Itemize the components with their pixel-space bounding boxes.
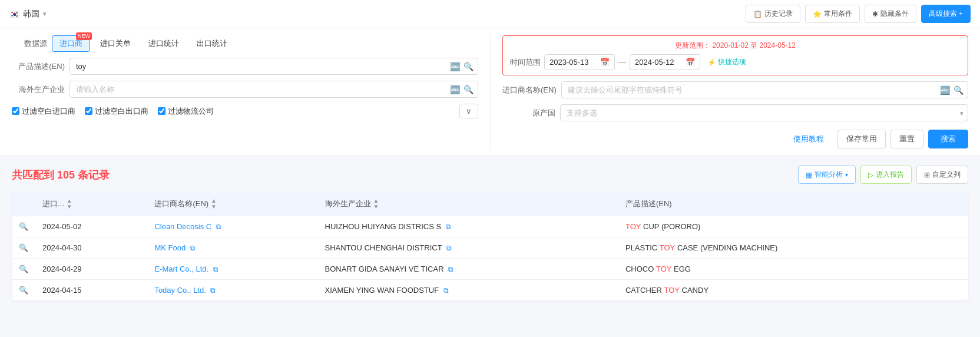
product-input-wrap: 🔤 🔍: [69, 58, 478, 75]
data-table: 进口... ▲▼ 进口商名称(EN) ▲▼ 海外生产企业 ▲▼: [12, 192, 968, 300]
row-overseas: HUIZHOU HUIYANG DISTRICS S ⧉: [318, 216, 618, 237]
country-selector[interactable]: 🇰🇷 韩国 ▾: [9, 9, 47, 19]
filter-logistics[interactable]: 过滤物流公司: [158, 106, 214, 117]
importer-name-input-wrap: 🔤 🔍: [561, 81, 968, 98]
filter-importer[interactable]: 过滤空白进口商: [12, 106, 75, 117]
new-badge: NEW: [76, 32, 92, 40]
th-date: 进口... ▲▼: [35, 192, 147, 216]
overseas-search-icon[interactable]: 🔍: [463, 85, 474, 94]
collapse-button[interactable]: ∨: [459, 104, 478, 118]
overseas-translate-icon[interactable]: 🔤: [450, 85, 460, 94]
results-actions: ▦ 智能分析 ▾ ▷ 进入报告 ⊞ 自定义列: [798, 166, 968, 184]
hide-conditions-button[interactable]: ✱ 隐藏条件: [865, 5, 916, 23]
star-icon: ⭐: [813, 10, 822, 18]
date-row: 时间范围 2023-05-13 📅 — 2024-05-12 📅 ⚡ 快捷选项: [510, 54, 961, 70]
copy-icon[interactable]: ⧉: [446, 244, 452, 252]
th-sort-importer[interactable]: 进口商名称(EN) ▲▼: [154, 198, 217, 210]
row-importer: Today Co., Ltd. ⧉: [147, 280, 317, 301]
overseas-row: 海外生产企业 🔤 🔍: [12, 81, 478, 98]
th-product: 产品描述(EN): [618, 192, 968, 216]
table-header: 进口... ▲▼ 进口商名称(EN) ▲▼ 海外生产企业 ▲▼: [12, 192, 968, 216]
chevron-down-icon: ▾: [43, 10, 47, 18]
product-input[interactable]: [69, 58, 478, 75]
product-row: 产品描述(EN) 🔤 🔍: [12, 58, 478, 75]
row-search-icon[interactable]: 🔍: [12, 237, 35, 259]
row-date: 2024-04-15: [35, 280, 147, 301]
quick-select-button[interactable]: ⚡ 快捷选项: [704, 57, 750, 67]
common-conditions-button[interactable]: ⭐ 常用条件: [805, 5, 860, 23]
results-section: 共匹配到 105 条记录 ▦ 智能分析 ▾ ▷ 进入报告 ⊞ 自定义列: [0, 156, 980, 310]
row-product: CATCHER TOY CANDY: [618, 280, 968, 301]
time-range-label: 时间范围: [510, 57, 541, 68]
product-input-icons: 🔤 🔍: [450, 62, 474, 71]
row-search-icon[interactable]: 🔍: [12, 280, 35, 301]
tab-import-stat[interactable]: 进口统计: [141, 35, 187, 52]
date-range-header: 更新范围： 2020-01-02 至 2024-05-12: [510, 41, 961, 51]
hide-icon: ✱: [872, 10, 878, 18]
filter-exporter[interactable]: 过滤空白出口商: [85, 106, 148, 117]
copy-icon[interactable]: ⧉: [448, 265, 453, 273]
search-button[interactable]: 搜索: [928, 130, 968, 148]
origin-select[interactable]: 支持多选: [560, 104, 968, 121]
overseas-input-wrap: 🔤 🔍: [69, 81, 478, 98]
importer-name-input[interactable]: [561, 81, 968, 98]
row-importer: MK Food ⧉: [147, 237, 317, 259]
start-date-input[interactable]: 2023-05-13 📅: [544, 54, 615, 70]
copy-icon[interactable]: ⧉: [443, 286, 449, 295]
th-sort-date[interactable]: 进口... ▲▼: [42, 198, 72, 210]
copy-icon[interactable]: ⧉: [216, 223, 221, 231]
row-importer: Clean Decosis C ⧉: [147, 216, 317, 237]
row-search-icon[interactable]: 🔍: [12, 216, 35, 237]
tab-export-stat[interactable]: 出口统计: [189, 35, 235, 52]
importer-search-icon[interactable]: 🔍: [953, 85, 964, 95]
copy-icon[interactable]: ⧉: [446, 223, 451, 231]
translate-icon[interactable]: 🔤: [450, 62, 460, 71]
datasource-tabs: 进口商 NEW 进口关单 进口统计 出口统计: [52, 35, 235, 52]
row-product: CHOCO TOY EGG: [618, 259, 968, 280]
overseas-input[interactable]: [69, 81, 478, 98]
search-panel: 数据源 进口商 NEW 进口关单 进口统计 出口统计: [0, 28, 980, 156]
advanced-search-button[interactable]: 高级搜索 +: [921, 5, 971, 23]
th-sort-overseas[interactable]: 海外生产企业 ▲▼: [325, 198, 379, 210]
end-date-input[interactable]: 2024-05-12 📅: [630, 54, 700, 70]
copy-icon[interactable]: ⧉: [190, 244, 196, 252]
copy-icon[interactable]: ⧉: [210, 286, 216, 295]
save-button[interactable]: 保存常用: [837, 130, 886, 148]
row-overseas: SHANTOU CHENGHAI DISTRICT ⧉: [318, 237, 618, 259]
row-importer: E-Mart Co., Ltd. ⧉: [147, 259, 317, 280]
tutorial-button[interactable]: 使用教程: [784, 130, 833, 148]
overseas-label: 海外生产企业: [12, 84, 65, 95]
quick-icon: ⚡: [707, 58, 716, 67]
sort-icon-overseas: ▲▼: [373, 198, 379, 210]
reset-button[interactable]: 重置: [890, 130, 923, 148]
search-similar-icon[interactable]: 🔍: [463, 62, 474, 71]
table-row: 🔍 2024-04-15 Today Co., Ltd. ⧉ XIAMEN YI…: [12, 280, 968, 301]
table-body: 🔍 2024-05-02 Clean Decosis C ⧉ HUIZHOU H…: [12, 216, 968, 301]
tab-importer[interactable]: 进口商 NEW: [52, 35, 90, 52]
copy-icon[interactable]: ⧉: [213, 265, 218, 273]
search-grid: 数据源 进口商 NEW 进口关单 进口统计 出口统计: [12, 35, 968, 148]
calendar-icon: 📅: [600, 58, 610, 67]
report-button[interactable]: ▷ 进入报告: [860, 166, 912, 184]
origin-row: 原产国 支持多选 ▾: [502, 104, 968, 121]
datasource-label: 数据源: [12, 38, 47, 49]
sort-icon-importer: ▲▼: [211, 198, 217, 210]
row-search-icon[interactable]: 🔍: [12, 259, 35, 280]
tab-customs[interactable]: 进口关单: [92, 35, 138, 52]
custom-columns-button[interactable]: ⊞ 自定义列: [916, 166, 968, 184]
top-bar: 🇰🇷 韩国 ▾ 📋 历史记录 ⭐ 常用条件 ✱ 隐藏条件 高级搜索 +: [0, 0, 980, 28]
results-count: 共匹配到 105 条记录: [12, 168, 110, 182]
history-button[interactable]: 📋 历史记录: [746, 5, 800, 23]
importer-translate-icon[interactable]: 🔤: [940, 85, 950, 95]
analysis-button[interactable]: ▦ 智能分析 ▾: [798, 166, 856, 184]
calendar-icon-end: 📅: [686, 58, 695, 67]
action-row: 使用教程 保存常用 重置 搜索: [502, 127, 968, 148]
right-panel: 更新范围： 2020-01-02 至 2024-05-12 时间范围 2023-…: [490, 35, 968, 148]
report-icon: ▷: [868, 171, 873, 179]
analysis-icon: ▦: [806, 171, 812, 179]
sort-icon-date: ▲▼: [67, 198, 72, 210]
row-overseas: BONART GIDA SANAYI VE TICAR ⧉: [318, 259, 618, 280]
row-date: 2024-05-02: [35, 216, 147, 237]
date-separator: —: [618, 58, 626, 67]
importer-name-label: 进口商名称(EN): [502, 85, 557, 95]
